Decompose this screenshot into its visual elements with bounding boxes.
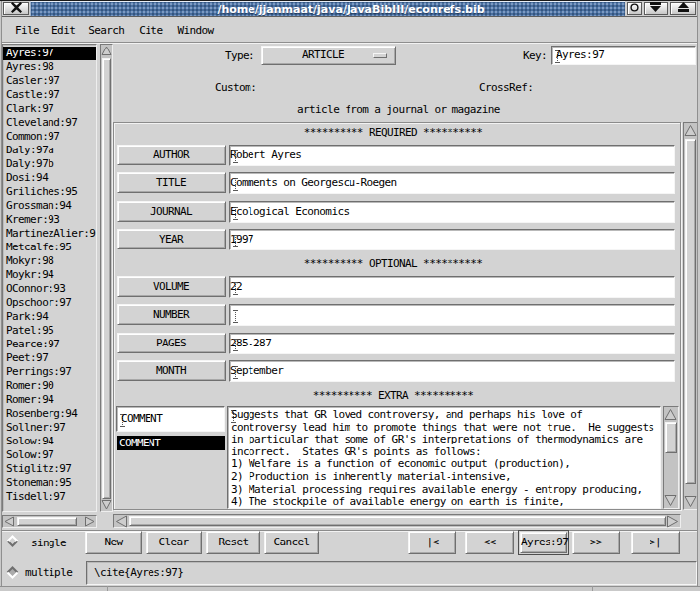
- field-input[interactable]: [229, 304, 675, 326]
- raise-window-button[interactable]: [670, 2, 696, 15]
- form-vscroll-thumb[interactable]: [685, 139, 696, 484]
- reference-list-item[interactable]: MartinezAlier:9: [3, 227, 96, 241]
- reference-list-item[interactable]: Patel:95: [3, 324, 96, 338]
- reference-list-item[interactable]: Perrings:97: [3, 365, 96, 379]
- scroll-up-icon[interactable]: [684, 124, 697, 137]
- field-input[interactable]: Ecological Economics: [229, 201, 675, 223]
- scroll-down-icon[interactable]: [684, 495, 697, 508]
- scroll-left-icon[interactable]: [115, 515, 128, 528]
- reset-button[interactable]: Reset: [206, 531, 260, 554]
- reference-list-item[interactable]: Opschoor:97: [3, 296, 96, 310]
- reference-list-item[interactable]: Solow:97: [3, 448, 96, 462]
- field-label-button[interactable]: AUTHOR: [117, 145, 226, 165]
- scroll-left-icon[interactable]: [4, 516, 15, 527]
- reference-list-item[interactable]: Peet:97: [3, 351, 96, 365]
- scroll-right-icon[interactable]: [666, 515, 679, 528]
- reference-list-item[interactable]: Clark:97: [3, 102, 96, 116]
- reference-list-item[interactable]: Kremer:93: [3, 213, 96, 227]
- comment-textarea[interactable]: Suggests that GR loved controversy, and …: [227, 406, 661, 509]
- reference-list-item[interactable]: Ayres:97: [3, 47, 96, 60]
- list-vertical-scrollbar[interactable]: [100, 44, 113, 512]
- menu-item[interactable]: File: [15, 24, 39, 37]
- titlebar[interactable]: /home/jjanmaat/java/JavaBibIII/econrefs.…: [1, 1, 699, 17]
- reference-list-item[interactable]: Stoneman:95: [3, 476, 96, 490]
- reference-list-item[interactable]: Tisdell:97: [3, 490, 96, 504]
- reference-list-item[interactable]: Cleveland:97: [3, 116, 96, 130]
- field-input[interactable]: Robert Ayres: [229, 145, 675, 166]
- cite-field[interactable]: \cite{Ayres:97}: [86, 561, 697, 585]
- field-label-button[interactable]: MONTH: [117, 360, 226, 381]
- field-label-button[interactable]: VOLUME: [117, 276, 226, 297]
- scroll-down-icon[interactable]: [101, 499, 112, 510]
- extra-field-list-item[interactable]: COMMENT: [117, 436, 225, 450]
- cancel-button[interactable]: Cancel: [264, 531, 319, 554]
- titlebar-drag-area[interactable]: /home/jjanmaat/java/JavaBibIII/econrefs.…: [30, 1, 625, 16]
- reference-list-item[interactable]: Grossman:94: [3, 199, 96, 213]
- field-label-button[interactable]: JOURNAL: [117, 201, 226, 222]
- go-last-button[interactable]: >|: [631, 531, 680, 554]
- reference-list-item[interactable]: Daly:97b: [3, 157, 96, 171]
- reference-list-item[interactable]: Stiglitz:97: [3, 462, 96, 476]
- scroll-up-icon[interactable]: [664, 408, 677, 421]
- textarea-vscroll-thumb[interactable]: [665, 422, 677, 453]
- reference-list-item[interactable]: Sollner:97: [3, 421, 96, 435]
- field-input[interactable]: 285-287: [229, 333, 675, 354]
- scroll-up-icon[interactable]: [101, 46, 112, 56]
- reference-list-item[interactable]: Griliches:95: [3, 185, 96, 199]
- reference-list-item[interactable]: Romer:94: [3, 393, 96, 407]
- multiple-radio-label[interactable]: multiple: [25, 566, 72, 579]
- field-input[interactable]: September: [229, 360, 675, 382]
- reference-list-item[interactable]: Rosenberg:94: [3, 407, 96, 421]
- field-label-button[interactable]: YEAR: [117, 229, 226, 249]
- list-horizontal-scrollbar[interactable]: [2, 515, 97, 528]
- field-label-button[interactable]: TITLE: [117, 172, 226, 193]
- menu-item[interactable]: Window: [177, 24, 213, 37]
- reference-list-item[interactable]: Mokyr:98: [3, 254, 96, 268]
- multiple-radio[interactable]: [6, 566, 19, 579]
- extra-field-list[interactable]: COMMENT: [117, 436, 225, 495]
- go-next-button[interactable]: >>: [572, 531, 620, 554]
- menu-item[interactable]: Edit: [51, 24, 75, 37]
- field-label-button[interactable]: NUMBER: [117, 304, 226, 325]
- single-radio-label[interactable]: single: [31, 537, 66, 549]
- reference-list-item[interactable]: Solow:94: [3, 435, 96, 448]
- go-first-button[interactable]: |<: [408, 531, 456, 554]
- go-previous-button[interactable]: <<: [465, 531, 514, 554]
- extra-field-name-input[interactable]: COMMENT: [116, 406, 225, 432]
- window-menu-button[interactable]: [627, 2, 642, 15]
- menu-item[interactable]: Cite: [139, 24, 162, 37]
- reference-list-item[interactable]: Moykr:94: [3, 268, 96, 282]
- list-vscroll-thumb[interactable]: [102, 58, 111, 499]
- textarea-vertical-scrollbar[interactable]: [663, 406, 679, 509]
- field-input[interactable]: 22: [229, 276, 675, 298]
- reference-list-item[interactable]: Metcalfe:95: [3, 241, 96, 254]
- clear-button[interactable]: Clear: [146, 531, 202, 554]
- field-input[interactable]: Comments on Georgescu-Roegen: [229, 172, 675, 194]
- reference-list-item[interactable]: Casler:97: [3, 74, 96, 88]
- reference-list-item[interactable]: Pearce:97: [3, 338, 96, 351]
- reference-list[interactable]: Ayres:97Ayres:98Casler:97Castle:97Clark:…: [2, 44, 97, 512]
- scroll-right-icon[interactable]: [84, 516, 95, 527]
- form-vertical-scrollbar[interactable]: [683, 122, 698, 510]
- reference-list-item[interactable]: Romer:90: [3, 379, 96, 393]
- lower-window-button[interactable]: [644, 2, 668, 15]
- reference-list-item[interactable]: OConnor:93: [3, 282, 96, 296]
- list-hscroll-thumb[interactable]: [17, 517, 77, 526]
- new-button[interactable]: New: [85, 531, 142, 554]
- current-entry-button[interactable]: Ayres:97: [518, 530, 569, 555]
- single-radio[interactable]: [6, 535, 19, 547]
- menu-item[interactable]: Search: [88, 24, 124, 37]
- reference-list-item[interactable]: Park:94: [3, 310, 96, 324]
- reference-list-item[interactable]: Ayres:98: [3, 60, 96, 74]
- reference-list-item[interactable]: Daly:97a: [3, 144, 96, 157]
- type-option-menu[interactable]: ARTICLE: [261, 46, 396, 65]
- form-horizontal-scrollbar[interactable]: [113, 514, 681, 528]
- reference-list-item[interactable]: Common:97: [3, 130, 96, 144]
- field-input[interactable]: 1997: [229, 229, 675, 250]
- reference-list-item[interactable]: Dosi:94: [3, 171, 96, 185]
- form-hscroll-thumb[interactable]: [129, 516, 666, 526]
- reference-list-item[interactable]: Castle:97: [3, 88, 96, 102]
- key-field[interactable]: Ayres:97: [551, 46, 696, 65]
- scroll-down-icon[interactable]: [664, 494, 677, 507]
- field-label-button[interactable]: PAGES: [117, 333, 226, 353]
